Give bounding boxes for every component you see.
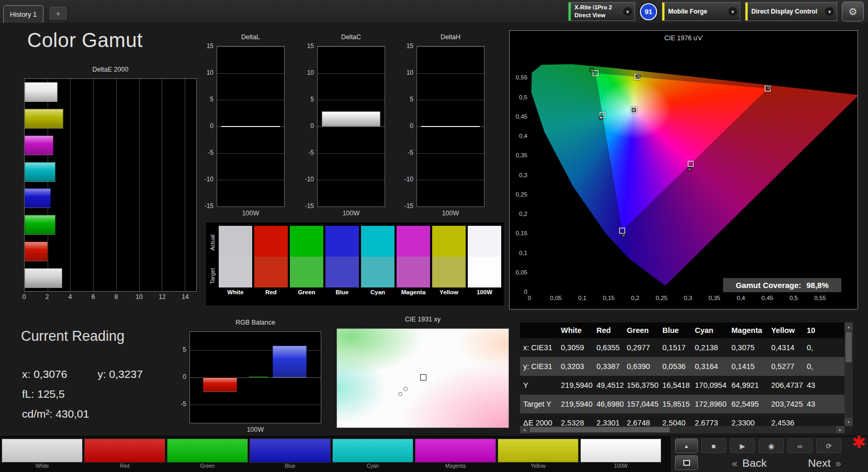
value-bar bbox=[322, 111, 380, 126]
table-cell: 0,3203 bbox=[558, 362, 593, 371]
scroll-up-arrow-icon[interactable]: ▲ bbox=[844, 323, 853, 331]
table-row-label: Y bbox=[520, 381, 558, 389]
display-control-dropdown[interactable]: Direct Display Control ▼ bbox=[745, 2, 837, 21]
deltae-bar-white bbox=[25, 82, 58, 102]
vertical-scroll-thumb[interactable] bbox=[846, 332, 852, 362]
cie-markers-layer bbox=[510, 31, 858, 309]
swatch-label: Green bbox=[290, 289, 323, 295]
gamut-coverage-label: Gamut Coverage: bbox=[736, 281, 801, 290]
test-swatch-100w[interactable]: 100W bbox=[580, 439, 661, 469]
target-swatch-100w bbox=[468, 257, 501, 287]
gridline bbox=[217, 180, 284, 180]
swatch-column-blue: Blue bbox=[325, 226, 359, 295]
stop-button[interactable]: ■ bbox=[701, 439, 726, 453]
deltah-chart: DeltaH 100W 151050-5-10-15 bbox=[416, 33, 484, 217]
table-header-cell: Red bbox=[593, 326, 624, 335]
table-header-row: WhiteRedGreenBlueCyanMagentaYellow10 bbox=[520, 323, 844, 338]
table-cell: 0,2138 bbox=[692, 343, 728, 352]
meter-dropdown[interactable]: X-Rite i1Pro 2 Direct View ▼ bbox=[568, 2, 635, 21]
table-cell: 0,3059 bbox=[558, 343, 593, 352]
table-cell: 0,1415 bbox=[728, 362, 768, 371]
next-button[interactable]: Next » bbox=[793, 455, 856, 471]
horizontal-scroll-thumb[interactable] bbox=[529, 427, 670, 432]
tab-history-1[interactable]: History 1 bbox=[3, 5, 43, 22]
test-swatch-cyan[interactable]: Cyan bbox=[332, 439, 413, 469]
axis-tick-label: 5 bbox=[397, 96, 413, 103]
rgb-balance-chart: RGB Balance 100W 50-5 bbox=[189, 319, 321, 433]
test-swatch-white[interactable]: White bbox=[2, 439, 83, 469]
horizontal-scrollbar[interactable]: ◄ ► bbox=[520, 426, 844, 433]
deltae-bar-magenta bbox=[25, 135, 53, 155]
axis-tick-label: 0 bbox=[170, 373, 186, 381]
axis-tick-label: -5 bbox=[397, 149, 413, 156]
refresh-button[interactable]: ⟳ bbox=[816, 439, 841, 453]
gear-icon: ⚙ bbox=[848, 6, 857, 18]
table-row-label: x: CIE31 bbox=[520, 343, 558, 352]
test-pattern-bar: WhiteRedGreenBlueCyanMagentaYellow100W ▲… bbox=[0, 436, 868, 472]
gridline bbox=[162, 79, 162, 291]
settings-button[interactable]: ⚙ bbox=[842, 2, 864, 21]
page-title: Color Gamut bbox=[27, 29, 143, 52]
test-swatch-color bbox=[250, 439, 331, 463]
value-bar bbox=[421, 126, 480, 127]
vertical-scrollbar[interactable]: ▲ ▼ bbox=[844, 323, 853, 426]
meter-dropdown-label: X-Rite i1Pro 2 Direct View bbox=[574, 4, 612, 19]
table-cell: 43 bbox=[804, 381, 834, 389]
layout-button[interactable] bbox=[675, 455, 698, 470]
deltal-plot-area bbox=[217, 46, 285, 207]
collapse-panel-button[interactable]: ▲ bbox=[675, 439, 698, 453]
gridline bbox=[318, 206, 385, 207]
table-cell: 0,3387 bbox=[593, 362, 624, 371]
test-swatch-label: Magenta bbox=[415, 463, 496, 469]
axis-tick-label: 0 bbox=[298, 122, 314, 130]
table-cell: 15,8515 bbox=[659, 400, 692, 408]
chevrons-right-icon: » bbox=[836, 457, 841, 469]
test-swatch-magenta[interactable]: Magenta bbox=[415, 439, 496, 469]
scroll-left-arrow-icon[interactable]: ◄ bbox=[520, 426, 528, 433]
scroll-right-arrow-icon[interactable]: ► bbox=[836, 426, 844, 433]
deltae-x-axis: 02468101214 bbox=[24, 293, 197, 302]
gridline bbox=[217, 206, 284, 207]
axis-tick-label: 0,05 bbox=[545, 295, 568, 301]
swatch-label: White bbox=[219, 289, 252, 295]
table-cell: 0,6390 bbox=[624, 362, 659, 371]
axis-tick-label: 12 bbox=[159, 293, 165, 301]
gamut-coverage-readout: Gamut Coverage: 98,8% bbox=[723, 278, 841, 292]
test-swatch-blue[interactable]: Blue bbox=[250, 439, 331, 469]
play-button[interactable]: ▶ bbox=[730, 439, 755, 453]
test-swatch-label: Yellow bbox=[498, 463, 579, 469]
value-bar bbox=[221, 126, 280, 127]
axis-tick-label: 5 bbox=[197, 96, 213, 103]
table-cell: 16,5418 bbox=[659, 381, 692, 389]
axis-tick-label: 0 bbox=[22, 293, 26, 301]
test-swatch-green[interactable]: Green bbox=[167, 439, 248, 469]
source-status-stripe bbox=[662, 3, 664, 20]
scroll-down-arrow-icon[interactable]: ▼ bbox=[844, 418, 853, 426]
source-dropdown[interactable]: Mobile Forge ▼ bbox=[662, 2, 740, 21]
table-row-label: ΔE 2000 bbox=[520, 419, 558, 426]
axis-tick-label: 2 bbox=[46, 293, 49, 301]
continuous-button[interactable]: ∞ bbox=[787, 439, 813, 453]
test-swatch-color bbox=[580, 439, 661, 463]
axis-tick-label: 15 bbox=[397, 42, 413, 50]
axis-tick-label: 5 bbox=[298, 96, 314, 103]
table-cell: 203,7425 bbox=[768, 400, 804, 408]
back-button[interactable]: « Back bbox=[713, 455, 786, 471]
axis-tick-label: -5 bbox=[197, 149, 213, 156]
gridline bbox=[318, 126, 385, 127]
deltae-bar-red bbox=[25, 241, 48, 261]
record-button[interactable]: ◉ bbox=[759, 439, 784, 453]
test-swatch-red[interactable]: Red bbox=[84, 439, 165, 469]
gridline bbox=[417, 153, 484, 154]
table-row: Target Y219,594046,6980157,044515,851517… bbox=[520, 395, 844, 413]
add-tab-button[interactable]: + bbox=[50, 7, 66, 20]
test-swatch-yellow[interactable]: Yellow bbox=[498, 439, 579, 469]
table-row: Y219,594049,4512156,375016,5418170,09546… bbox=[520, 376, 844, 395]
deltae-plot-area bbox=[24, 78, 197, 292]
table-cell: 0,1517 bbox=[659, 343, 692, 352]
meter-status-stripe bbox=[569, 3, 571, 20]
target-swatch-red bbox=[254, 257, 288, 287]
table-cell: 0,2977 bbox=[624, 343, 659, 352]
gridline bbox=[139, 79, 140, 291]
rgb-bar-blue bbox=[273, 346, 307, 377]
